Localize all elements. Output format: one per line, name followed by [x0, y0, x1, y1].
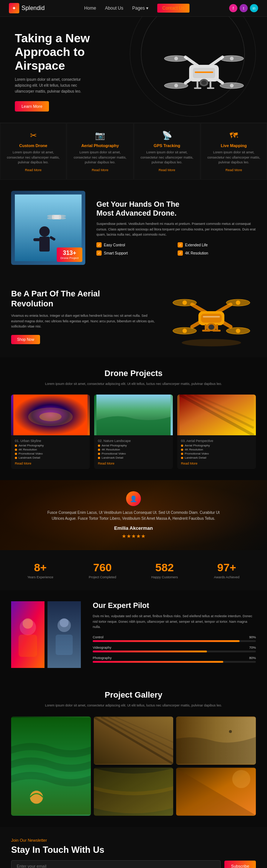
- nav-social-3[interactable]: in: [250, 4, 258, 12]
- stat-num-2: 582: [135, 561, 194, 574]
- nav-pages[interactable]: Pages ▾: [132, 6, 148, 11]
- newsletter-email-input[interactable]: [11, 860, 221, 868]
- expert-description: Duis mi leo, vulputate sed odio sit amet…: [93, 613, 256, 629]
- gallery-item-2[interactable]: [176, 716, 256, 765]
- feature-read-0[interactable]: Read More: [6, 168, 61, 172]
- feature-read-2[interactable]: Read More: [139, 168, 195, 172]
- gallery-grid: [11, 716, 256, 816]
- svg-rect-64: [56, 635, 73, 655]
- expert-image-2: [47, 601, 81, 668]
- svg-rect-48: [212, 330, 221, 332]
- skill-label-1: Videography 70%: [93, 646, 256, 649]
- nav-social-2[interactable]: t: [240, 4, 248, 12]
- svg-point-8: [174, 84, 178, 87]
- project-read-2[interactable]: Read More: [181, 462, 252, 465]
- hero-cta-button[interactable]: Learn More: [15, 101, 49, 112]
- gallery-item-4[interactable]: [176, 768, 256, 816]
- tag-dot: [181, 445, 183, 447]
- gallery-item-1[interactable]: [94, 716, 174, 765]
- tag-dot: [15, 457, 17, 459]
- project-num-0: 01. Urban Skyline: [15, 439, 86, 443]
- aerial-description: Vivamus eu enieia lectus. Integer ut dia…: [11, 313, 159, 329]
- feature-read-3[interactable]: Read More: [206, 168, 261, 172]
- skill-fill-0: [93, 640, 240, 642]
- svg-point-28: [59, 217, 66, 219]
- stat-1: 760 Project Completed: [73, 561, 132, 579]
- svg-point-37: [236, 300, 240, 305]
- advanced-description: Suspendisse potenti. Vestibulum hendreri…: [96, 221, 256, 237]
- project-tag-0-1: 4K Resolution: [15, 448, 86, 451]
- features-section: ✂ Custom Drone Lorem ipsum dolor sit ame…: [0, 123, 267, 180]
- svg-point-25: [47, 215, 55, 217]
- project-grid: 01. Urban Skyline Aerial Photography 4K …: [11, 395, 256, 469]
- gallery-item-0[interactable]: [11, 716, 91, 816]
- aerial-section: Be A Part Of The Aerial Revolution Vivam…: [0, 276, 267, 357]
- aerial-cta-button[interactable]: Shop Now: [11, 335, 40, 344]
- stat-0: 8+ Years Experience: [11, 561, 70, 579]
- nav-home[interactable]: Home: [84, 6, 96, 11]
- gallery-image-5: [176, 768, 256, 816]
- feature-desc-3: Lorem ipsum dolor sit amet, consectetur …: [206, 150, 261, 165]
- tag-dot: [15, 453, 17, 455]
- project-tag-0-0: Aerial Photography: [15, 444, 86, 447]
- hero-heading: Taking a New Approach to Airspace: [15, 31, 156, 72]
- project-tag-2-2: Promotional Video: [181, 452, 252, 455]
- stat-label-2: Happy Customers: [135, 575, 194, 579]
- gallery-image-1: [11, 716, 91, 816]
- nav-contact[interactable]: Contact Us: [157, 4, 189, 13]
- stats-section: 8+ Years Experience 760 Project Complete…: [0, 550, 267, 590]
- stat-label-3: Awards Achieved: [198, 575, 256, 579]
- project-tags-0: Aerial Photography 4K Resolution Promoti…: [15, 444, 86, 459]
- svg-rect-60: [19, 635, 37, 657]
- project-card-2: 03. Aerial Perspective Aerial Photograph…: [177, 395, 256, 469]
- counter-label: Drone Project: [60, 256, 79, 260]
- project-read-0[interactable]: Read More: [15, 462, 86, 465]
- svg-point-29: [182, 339, 241, 346]
- nav-about[interactable]: About Us: [105, 6, 123, 11]
- feature-read-1[interactable]: Read More: [72, 168, 128, 172]
- project-card-1: 02. Nature Landscape Aerial Photography …: [94, 395, 173, 469]
- newsletter-subscribe-button[interactable]: Subscribe: [224, 861, 256, 868]
- svg-rect-41: [201, 314, 222, 323]
- project-read-1[interactable]: Read More: [98, 462, 169, 465]
- feature-title-2: GPS Tracking: [139, 143, 195, 148]
- project-tag-2-3: Landmark Detail: [181, 456, 252, 459]
- tag-dot: [181, 457, 183, 459]
- svg-point-43: [208, 325, 214, 330]
- newsletter-row: Subscribe: [11, 860, 256, 868]
- adv-feature-2: ✓ Smart Support: [96, 250, 175, 256]
- tag-dot: [98, 453, 100, 455]
- feature-icon-3: 🗺: [206, 131, 261, 140]
- project-tag-1-2: Promotional Video: [98, 452, 169, 455]
- advanced-heading: Get Your Hands On The Most Advanced Dron…: [96, 200, 256, 217]
- tag-dot: [181, 449, 183, 451]
- skill-track-0: [93, 640, 256, 642]
- testimonial-stars: ★★★★★: [122, 533, 146, 539]
- gallery-item-3[interactable]: [94, 768, 174, 816]
- skill-track-2: [93, 661, 256, 663]
- project-num-1: 02. Nature Landscape: [98, 439, 169, 443]
- tag-dot: [98, 445, 100, 447]
- skill-fill-1: [93, 651, 207, 652]
- tag-dot: [98, 457, 100, 459]
- stat-label-1: Project Completed: [73, 575, 132, 579]
- gallery-title: Project Gallery: [11, 690, 256, 700]
- gallery-image-4: [94, 768, 174, 816]
- gallery-subtitle: Lorem ipsum dolor sit amet, consectetur …: [11, 703, 256, 708]
- feature-desc-0: Lorem ipsum dolor sit amet, consectetur …: [6, 150, 61, 165]
- hero-description: Lorem ipsum dolor sit amet, consectetur …: [15, 77, 96, 94]
- svg-rect-44: [203, 316, 220, 317]
- logo[interactable]: ✦ Splendid: [9, 3, 44, 13]
- newsletter-tag: Join Our Newsletter: [11, 838, 256, 842]
- project-info-2: 03. Aerial Perspective Aerial Photograph…: [177, 435, 256, 469]
- svg-point-27: [47, 217, 55, 219]
- skill-track-1: [93, 651, 256, 652]
- advanced-section: 313+ Drone Project Get Your Hands On The…: [0, 180, 267, 276]
- svg-rect-17: [194, 87, 201, 89]
- svg-rect-47: [202, 330, 210, 332]
- advanced-text: Get Your Hands On The Most Advanced Dron…: [96, 200, 256, 256]
- navigation: ✦ Splendid Home About Us Pages ▾ Contact…: [0, 0, 267, 17]
- project-tag-0-2: Promotional Video: [15, 452, 86, 455]
- nav-social-1[interactable]: f: [229, 4, 237, 12]
- svg-point-63: [60, 618, 69, 627]
